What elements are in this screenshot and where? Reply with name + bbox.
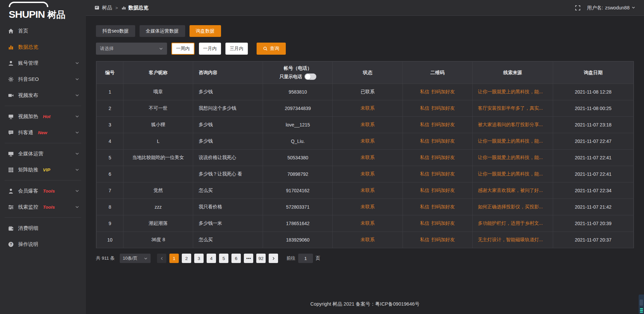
user-icon [8,60,14,66]
table-row: 1哦章多少钱9583810已联系私信扫码加好友让你一眼就爱上的黑科技，能...2… [97,84,634,100]
gear-icon [8,76,14,82]
cell-source[interactable]: 让你一眼就爱上的黑科技，能... [472,150,553,166]
qr-link[interactable]: 私信 [420,204,429,209]
sidebar-item[interactable]: 视频发布 [0,87,86,103]
page-button[interactable]: 6 [231,254,241,263]
period-button[interactable]: 一周内 [171,43,195,55]
user-menu[interactable]: 用户名: zswodun88 [587,5,635,11]
account-select[interactable]: 请选择 [96,43,167,55]
sidebar-item[interactable]: 线索监控Tools [0,199,86,215]
cell-source[interactable]: 让你一眼就爱上的黑科技，能... [472,84,553,100]
qr-link[interactable]: 私信 [420,171,429,176]
page-button[interactable]: 92 [256,254,266,263]
cell-qrcode: 私信扫码加好友 [402,84,472,100]
sidebar-item[interactable]: 账号管理 [0,55,86,71]
brand-logo: SHUPIN 树品 [0,0,86,19]
qr-link[interactable]: 扫码加好友 [431,220,455,226]
qr-link[interactable]: 扫码加好友 [431,138,455,144]
cell-status: 未联系 [333,215,402,232]
qr-link[interactable]: 扫码加好友 [431,237,455,242]
search-button[interactable]: 查询 [257,43,286,55]
fullscreen-icon[interactable] [575,5,580,10]
cell-source[interactable]: 感谢大家喜欢我家，被问了好... [472,182,553,199]
qr-link[interactable]: 私信 [420,237,429,242]
period-button[interactable]: 三月内 [225,43,248,55]
menu-badge: New [38,130,47,135]
qr-link[interactable]: 扫码加好友 [431,204,455,209]
cell-no: 2 [97,100,123,117]
logo-arc-decoration [9,2,48,7]
tab-button[interactable]: 全媒体运营数据 [140,25,185,37]
sidebar-item[interactable]: 矩阵助推VIP [0,162,86,178]
cell-source[interactable]: 让你一眼就爱上的黑科技，能... [472,133,553,150]
tab-bar: 抖音seo数据全媒体运营数据询盘数据 [96,25,634,37]
sidebar-item[interactable]: 数据总览 [0,39,86,55]
sidebar: SHUPIN 树品 首页数据总览账号管理抖音SEO视频发布视频加热Hot抖客通N… [0,0,86,314]
phone-only-toggle[interactable] [305,73,316,80]
cell-source[interactable]: 如何正确选择投影仪，买投影... [472,199,553,215]
brand-name-cn: 树品 [47,10,65,19]
more-pages-button[interactable]: ••• [244,254,253,263]
column-header: 客户昵称 [123,62,193,84]
page-button[interactable]: 1 [169,254,179,263]
qr-link[interactable]: 私信 [420,188,429,193]
cell-source[interactable]: 无主灯设计，智能磁吸轨道灯... [472,232,553,248]
page-button[interactable]: 4 [207,254,216,263]
cell-source[interactable]: 让你一眼就爱上的黑科技，能... [472,166,553,182]
chat-icon [8,130,14,136]
cell-nickname: zzz [123,199,193,215]
chevron-right-icon [272,257,275,260]
sidebar-item[interactable]: 抖客通New [0,124,86,141]
qr-link[interactable]: 扫码加好友 [431,188,455,193]
cell-status: 未联系 [333,199,402,215]
table-header: 编号客户昵称咨询内容帐号（电话）只显示电话状态二维码线索来源询盘日期 [97,62,634,84]
sidebar-item[interactable]: 会员爆客Tools [0,183,86,199]
qr-link[interactable]: 私信 [420,122,429,127]
qr-link[interactable]: 私信 [420,155,429,160]
cell-content: 我想问这个多少钱 [193,100,263,117]
cell-date: 2021-11-08 00:25 [553,100,633,117]
chevron-down-icon [75,61,79,65]
sidebar-item[interactable]: 全媒体运营 [0,146,86,162]
cell-source[interactable]: 客厅安装投影半年多了，真实... [472,100,553,117]
tab-button[interactable]: 询盘数据 [190,25,221,37]
page-size-select[interactable]: 10条/页 [120,254,151,263]
qr-link[interactable]: 扫码加好友 [431,171,455,176]
table-row: 8zzz我只看价格572803371未联系私信扫码加好友如何正确选择投影仪，买投… [97,199,634,215]
sidebar-item[interactable]: 视频加热Hot [0,108,86,124]
period-button[interactable]: 一月内 [199,43,221,55]
breadcrumb-root[interactable]: 树品 [102,5,112,11]
corner-widget-bar [640,312,643,313]
chevron-down-icon [75,205,79,209]
menu-divider [5,180,81,180]
sidebar-item[interactable]: 消费明细 [0,220,86,236]
home-icon [8,28,14,34]
page-button[interactable]: 5 [219,254,228,263]
sidebar-item[interactable]: ?操作说明 [0,236,86,252]
qr-link[interactable]: 私信 [420,138,429,144]
qr-link[interactable]: 扫码加好友 [431,122,455,127]
qr-link[interactable]: 扫码加好友 [431,155,455,160]
goto-page-input[interactable] [298,254,313,263]
tab-button[interactable]: 抖音seo数据 [96,25,135,37]
sidebar-item-label: 抖音SEO [18,76,39,83]
page-button[interactable]: 2 [182,254,191,263]
corner-widget[interactable] [639,295,644,314]
page-button[interactable]: 3 [194,254,204,263]
qr-link[interactable]: 私信 [420,220,429,226]
cell-account: 917024162 [263,182,333,199]
table-header-row: 编号客户昵称咨询内容帐号（电话）只显示电话状态二维码线索来源询盘日期 [97,62,634,84]
cell-source[interactable]: 多功能护栏灯，适用于乡村文... [472,215,553,232]
qr-link[interactable]: 私信 [420,89,429,94]
qr-link[interactable]: 私信 [420,105,429,111]
cell-source[interactable]: 被大家追着问的客厅投影分享... [472,117,553,133]
chevron-down-icon [75,189,79,193]
sidebar-item[interactable]: 抖音SEO [0,71,86,87]
qr-link[interactable]: 扫码加好友 [431,105,455,111]
app-window: SHUPIN 树品 首页数据总览账号管理抖音SEO视频发布视频加热Hot抖客通N… [0,0,644,314]
prev-page-button[interactable] [157,254,166,263]
table-row: 2不可一世我想问这个多少钱2097344839未联系私信扫码加好友客厅安装投影半… [97,100,634,117]
sidebar-item[interactable]: 首页 [0,23,86,39]
next-page-button[interactable] [269,254,278,263]
qr-link[interactable]: 扫码加好友 [431,89,455,94]
